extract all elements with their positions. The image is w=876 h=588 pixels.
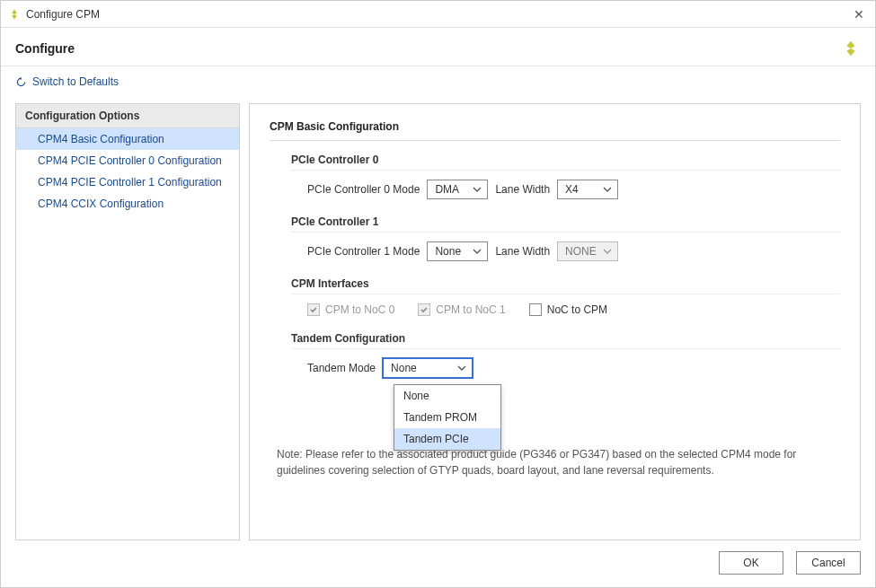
pcie1-lane-label: Lane Width xyxy=(495,245,550,258)
header: Configure xyxy=(1,28,875,66)
note-text: Note: Please refer to the associated pro… xyxy=(277,446,840,478)
pcie1-lane-value: NONE xyxy=(565,245,597,258)
noc-cpm-checkbox[interactable]: NoC to CPM xyxy=(529,303,607,316)
interfaces-title: CPM Interfaces xyxy=(291,277,840,290)
sidebar-item-label: CPM4 PCIE Controller 0 Configuration xyxy=(38,154,222,167)
section-title: CPM Basic Configuration xyxy=(270,120,840,133)
sidebar-item-ccix[interactable]: CPM4 CCIX Configuration xyxy=(16,193,239,215)
main-panel: CPM Basic Configuration PCIe Controller … xyxy=(249,103,861,541)
pcie1-lane-select: NONE xyxy=(557,241,618,261)
tandem-section: Tandem Configuration Tandem Mode None No… xyxy=(291,332,840,378)
pcie1-section: PCIe Controller 1 PCIe Controller 1 Mode… xyxy=(291,215,840,261)
body: Configuration Options CPM4 Basic Configu… xyxy=(1,94,875,541)
pcie0-section: PCIe Controller 0 PCIe Controller 0 Mode… xyxy=(291,154,840,199)
chevron-down-icon xyxy=(603,247,612,256)
defaults-row: Switch to Defaults xyxy=(1,66,875,94)
pcie0-lane-label: Lane Width xyxy=(495,183,550,196)
sidebar-item-pcie0[interactable]: CPM4 PCIE Controller 0 Configuration xyxy=(16,150,239,171)
chevron-down-icon xyxy=(473,247,482,256)
switch-defaults-label: Switch to Defaults xyxy=(32,75,119,88)
switch-defaults-link[interactable]: Switch to Defaults xyxy=(15,75,119,88)
window-title: Configure CPM xyxy=(26,8,100,21)
chevron-down-icon xyxy=(457,364,466,373)
cpm-noc1-checkbox: CPM to NoC 1 xyxy=(418,303,505,316)
pcie0-mode-value: DMA xyxy=(435,183,459,196)
tandem-mode-value: None xyxy=(391,362,417,374)
sidebar-header: Configuration Options xyxy=(16,104,239,128)
ok-button[interactable]: OK xyxy=(719,551,783,575)
pcie0-mode-label: PCIe Controller 0 Mode xyxy=(307,183,420,196)
ok-label: OK xyxy=(743,557,758,569)
cpm-noc0-label: CPM to NoC 0 xyxy=(325,303,394,316)
option-label: Tandem PCIe xyxy=(403,433,469,445)
pcie1-mode-label: PCIe Controller 1 Mode xyxy=(307,245,420,258)
brand-icon xyxy=(841,39,861,58)
pcie1-mode-select[interactable]: None xyxy=(427,241,488,261)
tandem-mode-dropdown: None Tandem PROM Tandem PCIe xyxy=(394,384,501,451)
tandem-option-pcie[interactable]: Tandem PCIe xyxy=(394,428,500,450)
tandem-mode-select[interactable]: None xyxy=(383,358,473,378)
sidebar: Configuration Options CPM4 Basic Configu… xyxy=(15,103,240,541)
chevron-down-icon xyxy=(473,185,482,194)
pcie0-lane-select[interactable]: X4 xyxy=(557,180,618,199)
pcie1-mode-value: None xyxy=(435,245,461,258)
sidebar-item-label: CPM4 CCIX Configuration xyxy=(38,197,164,210)
option-label: Tandem PROM xyxy=(403,411,477,424)
pcie0-mode-select[interactable]: DMA xyxy=(427,180,488,199)
pcie0-title: PCIe Controller 0 xyxy=(291,154,840,166)
tandem-option-none[interactable]: None xyxy=(394,385,500,407)
page-title: Configure xyxy=(15,41,841,56)
sidebar-item-label: CPM4 PCIE Controller 1 Configuration xyxy=(38,176,222,189)
check-icon xyxy=(420,305,429,314)
refresh-icon xyxy=(15,76,27,88)
titlebar: Configure CPM ✕ xyxy=(1,1,875,28)
close-button[interactable]: ✕ xyxy=(850,7,868,22)
cpm-noc1-label: CPM to NoC 1 xyxy=(436,303,505,316)
option-label: None xyxy=(403,390,429,402)
chevron-down-icon xyxy=(603,185,612,194)
noc-cpm-label: NoC to CPM xyxy=(547,303,607,316)
window: Configure CPM ✕ Configure Switch to Defa… xyxy=(0,0,876,588)
pcie0-lane-value: X4 xyxy=(565,183,579,196)
footer: OK Cancel xyxy=(1,540,875,587)
sidebar-item-label: CPM4 Basic Configuration xyxy=(38,133,164,145)
sidebar-item-pcie1[interactable]: CPM4 PCIE Controller 1 Configuration xyxy=(16,171,239,193)
app-icon xyxy=(8,8,21,21)
tandem-mode-label: Tandem Mode xyxy=(307,362,376,374)
cpm-noc0-checkbox: CPM to NoC 0 xyxy=(307,303,394,316)
cancel-button[interactable]: Cancel xyxy=(796,551,861,575)
cancel-label: Cancel xyxy=(811,557,845,569)
pcie1-title: PCIe Controller 1 xyxy=(291,215,840,228)
check-icon xyxy=(309,305,318,314)
tandem-title: Tandem Configuration xyxy=(291,332,840,345)
interfaces-section: CPM Interfaces CPM to NoC 0 CPM to NoC 1… xyxy=(291,277,840,316)
tandem-option-prom[interactable]: Tandem PROM xyxy=(394,407,500,428)
sidebar-item-basic[interactable]: CPM4 Basic Configuration xyxy=(16,128,239,150)
